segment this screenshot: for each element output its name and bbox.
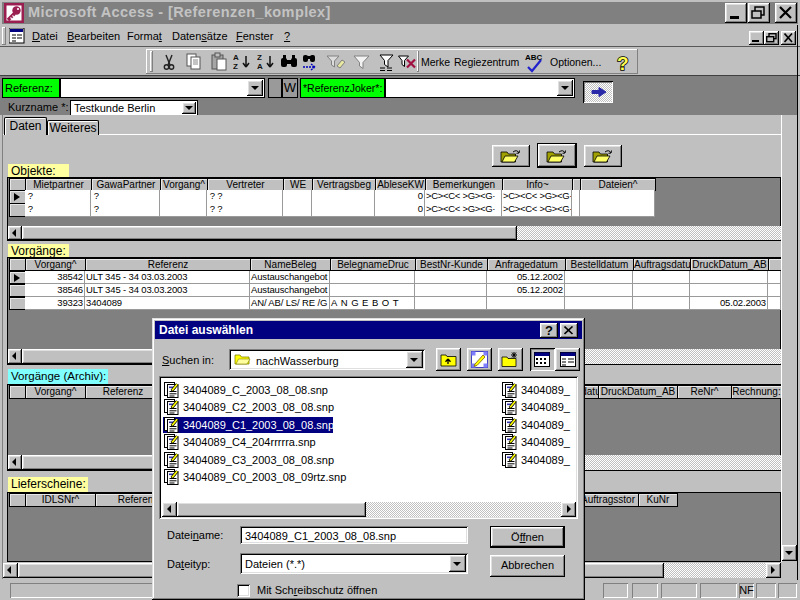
svg-text:?: ? [617, 53, 629, 74]
svg-text:A: A [257, 62, 263, 71]
svg-text:Z: Z [233, 62, 238, 71]
svg-text:Z: Z [257, 53, 262, 62]
svg-text:A: A [233, 53, 239, 62]
